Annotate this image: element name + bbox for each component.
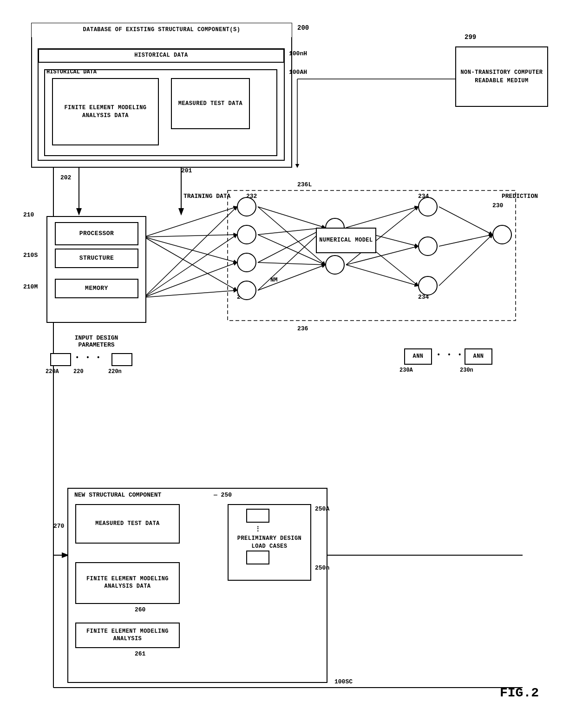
prelim-box-2 <box>246 551 269 564</box>
input-design-label: INPUT DESIGNPARAMETERS <box>46 334 146 348</box>
ref-230n: 230n <box>460 367 473 374</box>
prelim-dots: ⋮ <box>255 525 261 533</box>
input-box-220a <box>50 353 71 366</box>
preliminary-design-box: PRELIMINARY DESIGN LOAD CASES <box>228 504 311 581</box>
memory-inner-box: MEMORY <box>55 279 138 298</box>
ref-220a: 220A <box>46 368 59 375</box>
svg-rect-31 <box>228 190 516 321</box>
ref-210: 210 <box>23 211 34 218</box>
ref-236: 236 <box>297 325 308 332</box>
database-outer-box: DATABASE OF EXISTING STRUCTURAL COMPONEN… <box>32 23 292 37</box>
ref-201: 201 <box>181 167 192 174</box>
training-data-label: TRAINING DATA <box>183 193 230 200</box>
numerical-model-box: NUMERICAL MODEL <box>316 228 376 253</box>
svg-line-19 <box>258 262 325 265</box>
ref-250n: 250n <box>315 564 329 571</box>
ref-250a: 250A <box>315 505 329 512</box>
ref-200: 200 <box>297 24 309 32</box>
ref-202: 202 <box>60 174 71 181</box>
measured-test-data-top-box: MEASURED TEST DATA <box>171 78 250 129</box>
input-box-220n <box>111 353 132 366</box>
svg-line-28 <box>439 207 492 235</box>
figure-label: FIG.2 <box>500 686 539 700</box>
historical-data-box-1: HISTORICAL DATA <box>38 49 284 63</box>
svg-line-8 <box>144 237 237 262</box>
ref-220: 220 <box>73 368 84 375</box>
ref-210s: 210S <box>23 252 38 259</box>
svg-line-21 <box>258 265 325 290</box>
nn-input-2 <box>237 225 256 244</box>
prediction-label: PREDICTION <box>502 193 538 200</box>
svg-line-20 <box>258 228 325 290</box>
nn-input-4 <box>237 281 256 300</box>
ref-220n: 220n <box>108 368 122 375</box>
svg-line-14 <box>258 207 325 228</box>
fem-data-bottom-box: FINITE ELEMENT MODELING ANALYSIS DATA <box>75 562 180 604</box>
ref-260: 260 <box>135 606 145 613</box>
nn-hidden-2 <box>325 255 345 275</box>
svg-line-22 <box>346 207 418 228</box>
nn-input-3 <box>237 253 256 272</box>
structure-inner-box: STRUCTURE <box>55 249 138 268</box>
ref-230: 230 <box>492 202 503 209</box>
measured-test-bottom-box: MEASURED TEST DATA <box>75 504 180 544</box>
svg-line-6 <box>144 207 237 237</box>
nn-output-2 <box>418 236 438 256</box>
new-structural-label: NEW STRUCTURAL COMPONENT <box>74 492 161 498</box>
ref-250: — 250 <box>214 492 232 498</box>
ann-a-box: ANN <box>404 348 432 365</box>
svg-line-12 <box>144 262 237 297</box>
svg-line-7 <box>144 235 237 237</box>
nn-input-1 <box>237 197 256 216</box>
diagram-container: DATABASE OF EXISTING STRUCTURAL COMPONEN… <box>0 0 576 728</box>
ref-nm: NM <box>270 276 278 283</box>
processor-inner-box: PROCESSOR <box>55 222 138 245</box>
svg-line-18 <box>258 228 325 262</box>
ref-100ah: 100AH <box>289 69 307 76</box>
ref-100nh: 100nH <box>289 50 307 57</box>
ann-dots: • • • <box>437 351 463 359</box>
ref-261: 261 <box>135 650 145 657</box>
ref-230a: 230A <box>399 367 413 374</box>
svg-line-11 <box>144 235 237 297</box>
svg-line-16 <box>258 228 325 235</box>
svg-line-15 <box>258 207 325 265</box>
svg-line-9 <box>144 237 237 290</box>
historical-data-label-2: HISTORICAL DATA <box>46 69 97 75</box>
svg-line-17 <box>258 235 325 265</box>
ref-270: 270 <box>53 523 64 530</box>
svg-line-10 <box>144 207 237 297</box>
ref-210m: 210M <box>23 283 38 290</box>
svg-line-27 <box>346 265 418 286</box>
ref-100sc: 100SC <box>334 678 353 685</box>
nn-output-1 <box>418 197 438 216</box>
dots-220: • • • <box>75 354 102 361</box>
svg-line-29 <box>439 235 492 246</box>
ann-n-box: ANN <box>465 348 492 365</box>
non-transitory-box: NON-TRANSITORY COMPUTER READABLE MEDIUM <box>455 46 548 107</box>
fem-analysis-data-box: FINITE ELEMENT MODELING ANALYSIS DATA <box>52 78 159 145</box>
svg-line-13 <box>144 290 237 297</box>
ref-299: 299 <box>465 33 476 41</box>
svg-line-30 <box>439 235 492 286</box>
fem-analysis-bottom-box: FINITE ELEMENT MODELING ANALYSIS <box>75 623 180 648</box>
ref-236l: 236L <box>297 181 312 188</box>
prelim-box-1 <box>246 509 269 523</box>
nn-final-output <box>492 225 512 244</box>
nn-output-3 <box>418 276 438 295</box>
